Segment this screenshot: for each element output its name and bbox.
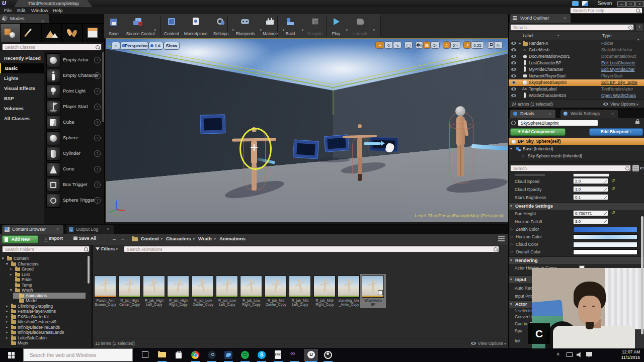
world-local-button[interactable]: ◯: [405, 41, 413, 49]
placeable-cone[interactable]: Cone?: [44, 161, 102, 177]
drag-spinner-icon[interactable]: [604, 212, 607, 215]
edit-blueprint-link[interactable]: Edit BP_Sky_Sphe: [601, 80, 642, 85]
drag-spinner-icon[interactable]: [604, 188, 607, 191]
asset-rjab-mid-left-copy[interactable]: R_jab_Mid Left_Copy: [289, 276, 311, 307]
reset-icon[interactable]: ↺: [611, 178, 615, 183]
help-icon[interactable]: ?: [94, 182, 101, 188]
perspective-button[interactable]: Perspective: [120, 42, 148, 50]
build-button[interactable]: Build: [280, 16, 300, 37]
mode-landscape[interactable]: [41, 23, 62, 42]
content-button[interactable]: Content: [162, 16, 182, 37]
play-button[interactable]: Play: [328, 16, 345, 37]
help-icon[interactable]: ?: [94, 72, 101, 79]
asset-rjab-high-right-copy[interactable]: R_jab_High Right_Copy: [167, 276, 190, 307]
drag-spinner-icon[interactable]: [604, 196, 607, 199]
forward-button[interactable]: →: [120, 235, 125, 241]
tree-item-model[interactable]: Model: [0, 298, 91, 304]
number-input[interactable]: 1.0: [573, 186, 608, 192]
asset-rjab-low-left-copy[interactable]: R_jab_Low Left_Copy: [216, 276, 238, 307]
placeable-sphere[interactable]: Sphere?: [44, 130, 102, 146]
marketplace-button[interactable]: Marketplace: [182, 16, 210, 37]
outliner-row[interactable]: AaTemplateLabelTextRenderActor: [509, 86, 644, 93]
asset-standing-idle-anim-copy[interactable]: standing_idle _Anim_Copy: [338, 276, 360, 307]
visibility-eye-icon[interactable]: [511, 87, 516, 90]
asset-rjab-midr-right-copy[interactable]: R_jab_Midr Right_Copy: [313, 276, 336, 307]
scale-tool-button[interactable]: ↘: [393, 41, 401, 49]
content-settings-icon[interactable]: [498, 236, 505, 242]
taskbar-visual-studio[interactable]: ∞: [288, 349, 301, 361]
color-swatch[interactable]: [573, 234, 637, 240]
details-scrollbar[interactable]: [641, 216, 643, 334]
taskbar-store[interactable]: [172, 349, 185, 361]
lit-button[interactable]: Lit: [148, 42, 164, 50]
number-input[interactable]: 0.1: [573, 194, 608, 200]
drag-spinner-icon[interactable]: [604, 220, 607, 223]
maximize-button[interactable]: □: [626, 1, 635, 7]
column-type[interactable]: Type: [602, 33, 611, 38]
scale-snap-value[interactable]: 0.25: [471, 41, 484, 49]
3d-scene[interactable]: z Level: ThirdPersonExampleMap (Persiste…: [106, 39, 508, 222]
mode-paint[interactable]: [21, 23, 41, 42]
actor-name-field[interactable]: [518, 120, 598, 126]
number-input[interactable]: 0.736771: [573, 210, 608, 216]
mode-foliage[interactable]: [62, 23, 83, 42]
close-icon[interactable]: [611, 111, 614, 116]
tree-item-femaleplayeranims[interactable]: ▸FemalePlayerAnims: [0, 309, 91, 314]
back-button[interactable]: ←: [112, 235, 117, 241]
menu-file[interactable]: File: [4, 8, 12, 13]
menu-help[interactable]: Help: [53, 8, 63, 13]
placeable-cylinder[interactable]: Cylinder?: [44, 146, 102, 161]
taskbar-obs[interactable]: [321, 349, 335, 361]
display-filter-eye-icon[interactable]: [640, 167, 644, 169]
placeable-box-trigger[interactable]: Box Trigger?: [44, 177, 102, 193]
surface-snap-button[interactable]: �final: [416, 41, 423, 49]
taskbar-epic-games[interactable]: EPIC: [272, 349, 285, 361]
outliner-row-selected[interactable]: SkySphereBlueprintEdit BP_Sky_Sphe: [509, 79, 644, 86]
asset-wrathanim-bp-selected[interactable]: WrathAnim BP: [362, 276, 384, 307]
section-rendering[interactable]: ▾Rendering: [509, 256, 644, 264]
taskbar-unreal-engine-active[interactable]: U: [304, 349, 318, 361]
taskbar-spotify[interactable]: [238, 349, 252, 361]
rotate-tool-button[interactable]: ↻: [384, 41, 393, 49]
tree-item-infinitybladegrasslands[interactable]: ▸InfinityBladeGrassLands: [0, 330, 91, 335]
number-input[interactable]: 2.0: [573, 178, 608, 184]
blueprints-button[interactable]: Blueprints: [232, 16, 259, 37]
flag-icon[interactable]: [582, 1, 588, 6]
translate-gizmo-arrow[interactable]: [364, 142, 381, 145]
level-viewport[interactable]: z Level: ThirdPersonExampleMap (Persiste…: [106, 38, 508, 222]
drag-spinner-icon[interactable]: [604, 179, 607, 183]
reset-icon[interactable]: ↺: [611, 186, 615, 191]
grid-snap-button[interactable]: ▦: [423, 41, 431, 49]
menu-window[interactable]: Window: [31, 8, 48, 13]
column-label[interactable]: Label: [523, 33, 533, 38]
scale-snap-button[interactable]: ↗: [463, 41, 471, 49]
tab-output-log[interactable]: ›_ Output Log: [66, 225, 114, 234]
import-button[interactable]: ↓ Import: [44, 236, 63, 241]
save-button[interactable]: Save: [105, 16, 122, 37]
property-matrix-button[interactable]: [632, 165, 639, 171]
tree-item-greed[interactable]: ▸Greed: [0, 266, 91, 272]
help-icon[interactable]: ?: [94, 166, 101, 172]
taskbar-app-blue[interactable]: [222, 349, 235, 361]
edit-blueprint-link[interactable]: Edit MyPrideChar: [601, 67, 642, 72]
mode-geometry[interactable]: [83, 23, 103, 42]
visibility-eye-icon[interactable]: [511, 55, 516, 58]
close-icon[interactable]: [564, 16, 566, 21]
angle-snap-value[interactable]: 5°: [450, 41, 460, 49]
details-search-input[interactable]: [510, 165, 631, 171]
visibility-eye-icon[interactable]: [511, 61, 516, 64]
component-row-base[interactable]: ▾ Base (Inherited): [509, 146, 644, 152]
move-tool-button[interactable]: +: [375, 41, 384, 49]
outliner-search-input[interactable]: [510, 24, 634, 31]
outliner-add-button[interactable]: +: [636, 24, 643, 31]
placeable-cube[interactable]: Cube?: [44, 115, 102, 130]
outliner-row[interactable]: ▶RenderFXFolder: [509, 40, 644, 47]
asset-rjab-high-left-copy[interactable]: R_jab_High Left_Copy: [143, 276, 166, 307]
taskbar-clock[interactable]: 12:07 AM 11/1/2015: [607, 349, 640, 360]
category-lights[interactable]: Lights: [0, 73, 44, 83]
visibility-eye-icon[interactable]: [511, 42, 516, 45]
open-blueprint-link[interactable]: Open WrathChara: [601, 93, 642, 98]
outliner-row[interactable]: ⌂CubeMeshStaticMeshActor: [509, 47, 644, 53]
close-button[interactable]: ×: [635, 1, 644, 7]
color-swatch[interactable]: [573, 242, 637, 247]
